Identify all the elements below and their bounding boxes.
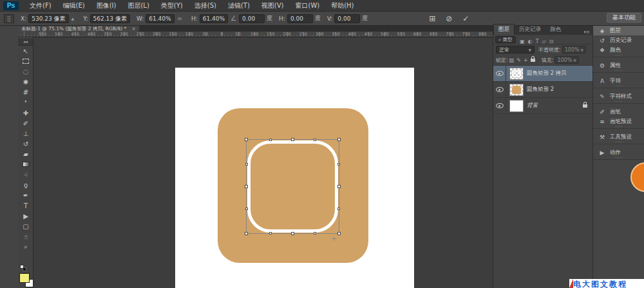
y-input[interactable]: 562.13 像素 — [90, 14, 130, 23]
toolbar-collapse-icon[interactable]: ◂◂ — [18, 38, 33, 46]
dodge-tool[interactable]: ϙ — [18, 180, 33, 190]
panel-button-6[interactable]: ✐画笔 — [593, 107, 644, 117]
skew-h-input[interactable]: 0.00 — [287, 14, 313, 23]
transform-handle[interactable] — [337, 138, 341, 141]
panel-button-label: 画笔 — [610, 108, 621, 116]
menu-item-2[interactable]: 图像(I) — [91, 0, 122, 12]
spot-healing-brush-tool[interactable]: ✚ — [18, 108, 33, 118]
zoom-tool[interactable]: ⌕ — [18, 242, 33, 252]
visibility-eye-icon[interactable] — [496, 103, 504, 108]
layer-row[interactable]: 背景 — [493, 98, 592, 114]
swap-colors-icon[interactable] — [23, 267, 26, 271]
lock-all-icon[interactable] — [531, 59, 535, 62]
panel-button-0[interactable]: ◈图层 — [593, 26, 644, 35]
menu-item-8[interactable]: 窗口(W) — [289, 0, 325, 12]
skew-h-label: H: — [279, 15, 285, 22]
filter-icon[interactable]: ▱ — [542, 39, 546, 44]
move-tool[interactable]: ↖ — [18, 46, 33, 56]
transform-handle[interactable] — [337, 185, 341, 188]
transform-handle[interactable] — [291, 232, 294, 235]
eraser-tool[interactable]: ▰ — [18, 149, 33, 159]
x-input[interactable]: 530.23 像素 — [28, 14, 68, 23]
transform-handle[interactable] — [245, 185, 248, 188]
free-transform-bounding-box[interactable] — [246, 139, 339, 234]
layer-row[interactable]: 圆角矩形 2 拷贝 — [493, 66, 592, 82]
document-tab[interactable]: 未标题-1 @ 75.1% (圆角矩形 2 拷贝, RGB/8) * × — [18, 26, 139, 32]
relative-position-delta-icon[interactable]: ▲ — [71, 16, 75, 21]
opacity-value[interactable]: 100% ▼ — [562, 46, 587, 53]
filter-icon[interactable]: ◐ — [528, 39, 533, 44]
panel-button-label: 历史记录 — [610, 37, 632, 44]
skew-v-input[interactable]: 0.00 — [334, 14, 360, 23]
hand-tool[interactable]: ☝ — [18, 231, 33, 242]
eyedropper-tool[interactable]: ❜ — [18, 97, 33, 108]
visibility-eye-icon[interactable] — [496, 87, 504, 92]
lasso-tool[interactable]: ◌ — [18, 66, 33, 77]
cancel-transform-icon[interactable]: ⊘ — [442, 14, 455, 23]
foreground-color-swatch[interactable] — [19, 273, 30, 283]
filter-icon[interactable]: T — [536, 39, 539, 44]
path-anchor-point[interactable] — [314, 139, 316, 141]
transform-handle[interactable] — [291, 138, 294, 141]
filter-kind-dropdown[interactable]: ⌕ 类型 — [495, 36, 516, 43]
pen-icon: ✒ — [23, 192, 28, 199]
history-brush-tool[interactable]: ↺ — [18, 139, 33, 149]
height-input[interactable]: 61.40% — [200, 14, 228, 23]
lock-option-icon[interactable]: ✎ — [516, 57, 521, 63]
visibility-eye-icon[interactable] — [496, 71, 504, 76]
ruler-number: 700 — [446, 32, 453, 37]
transform-handle[interactable] — [245, 232, 248, 235]
menu-item-4[interactable]: 类型(Y) — [155, 0, 189, 12]
quick-selection-tool[interactable]: ✱ — [18, 77, 33, 87]
warp-mode-icon[interactable]: ⊞ — [426, 14, 439, 23]
panel-button-1[interactable]: ↺历史记录 — [593, 35, 644, 45]
path-anchor-point[interactable] — [337, 163, 340, 166]
rotation-input[interactable]: 0.00 — [239, 14, 265, 23]
ruler-number: 250 — [137, 32, 144, 37]
rectangular-marquee-tool[interactable] — [18, 56, 33, 66]
pen-tool[interactable]: ✒ — [18, 190, 33, 200]
reference-point-locator-icon[interactable]: ⣿ — [4, 14, 14, 23]
brush-tool[interactable]: ✐ — [18, 118, 33, 128]
type-tool[interactable]: T — [18, 200, 33, 211]
shape-tool[interactable]: ▢ — [18, 221, 33, 231]
path-anchor-point[interactable] — [245, 207, 248, 210]
gradient-tool[interactable] — [18, 159, 33, 169]
layer-thumbnail[interactable] — [509, 68, 524, 80]
path-selection-tool[interactable]: ▶ — [18, 211, 33, 221]
crop-tool[interactable]: # — [18, 87, 33, 97]
width-input[interactable]: 61.40% — [146, 14, 174, 23]
menu-item-5[interactable]: 选择(S) — [189, 0, 222, 12]
path-anchor-point[interactable] — [245, 163, 248, 166]
maintain-aspect-link-icon[interactable]: ∞ — [177, 15, 182, 22]
layer-thumbnail[interactable] — [509, 100, 524, 112]
layer-thumbnail[interactable] — [509, 84, 524, 96]
layer-row[interactable]: 圆角矩形 2 — [493, 82, 592, 98]
close-tab-icon[interactable]: × — [132, 26, 136, 32]
workspace-switcher[interactable]: 基本功能 — [607, 13, 641, 23]
filter-icon[interactable]: ▣ — [520, 39, 525, 44]
path-anchor-point[interactable] — [269, 232, 272, 235]
transform-handle[interactable] — [245, 138, 248, 141]
filter-icon[interactable]: ⊡ — [549, 39, 554, 44]
lock-label: 锁定: — [496, 57, 508, 64]
lock-option-icon[interactable]: ▨ — [509, 57, 515, 63]
commit-transform-icon[interactable]: ✓ — [459, 14, 472, 23]
fill-value[interactable]: 100% ▼ — [554, 56, 579, 64]
path-anchor-point[interactable] — [269, 139, 272, 141]
menu-item-6[interactable]: 滤镜(T) — [222, 0, 256, 12]
panel-tab-0[interactable]: 图层 — [493, 24, 515, 35]
clone-stamp-tool[interactable]: ⊥ — [18, 128, 33, 139]
menu-item-3[interactable]: 图层(L) — [122, 0, 155, 12]
transform-handle[interactable] — [337, 232, 341, 235]
menu-item-9[interactable]: 帮助(H) — [325, 0, 359, 12]
path-anchor-point[interactable] — [337, 207, 340, 210]
blend-mode-dropdown[interactable]: 正常 ▼ — [496, 46, 535, 53]
path-anchor-point[interactable] — [314, 232, 316, 235]
lock-option-icon[interactable]: + — [524, 57, 528, 63]
menu-item-0[interactable]: 文件(F) — [24, 0, 57, 12]
menu-item-1[interactable]: 编辑(E) — [57, 0, 91, 12]
panel-menu-icon[interactable]: ▾≡ — [584, 30, 592, 35]
menu-item-7[interactable]: 视图(V) — [256, 0, 290, 12]
smudge-tool[interactable]: ☟ — [18, 169, 33, 180]
